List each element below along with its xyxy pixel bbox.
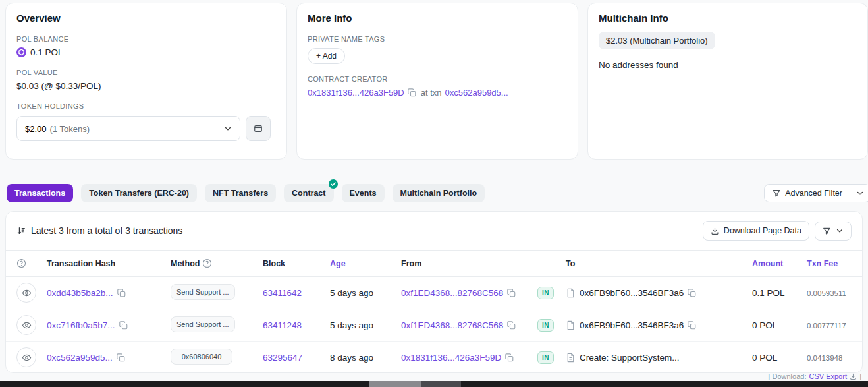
chevron-down-icon: [856, 189, 864, 197]
private-name-tags-label: PRIVATE NAME TAGS: [308, 35, 567, 43]
direction-badge: IN: [537, 351, 554, 364]
copy-icon[interactable]: [507, 320, 517, 330]
col-header-txn-fee-toggle[interactable]: Txn Fee: [801, 251, 862, 277]
amount-text: 0 POL: [752, 353, 777, 363]
copy-icon[interactable]: [408, 88, 418, 98]
multichain-empty-message: No addresses found: [599, 60, 857, 70]
summary-cards-row: Overview POL BALANCE 0.1 POL POL VALUE $…: [5, 3, 868, 160]
method-badge[interactable]: Send Support ...: [171, 284, 235, 300]
eye-preview-button[interactable]: [16, 283, 36, 303]
tx-hash-link[interactable]: 0xc562a959d5...: [47, 353, 113, 363]
tx-hash-link[interactable]: 0xdd43b5ba2b...: [47, 288, 113, 298]
token-holdings-dropdown[interactable]: $2.00(1 Tokens): [16, 116, 240, 141]
from-address-link[interactable]: 0xf1ED4368...82768C568: [401, 320, 503, 330]
help-icon[interactable]: [16, 258, 26, 268]
direction-badge: IN: [537, 287, 554, 299]
funnel-icon: [772, 189, 781, 198]
advanced-filter-button[interactable]: Advanced Filter: [765, 185, 850, 202]
contract-file-icon: [566, 320, 576, 330]
block-link[interactable]: 63411642: [263, 288, 302, 298]
copy-icon[interactable]: [688, 288, 697, 298]
csv-export-line: [ Download: CSV Export ]: [768, 372, 861, 380]
col-header-transaction-hash: Transaction Hash: [41, 251, 165, 277]
contract-file-icon: [566, 288, 576, 298]
copy-icon[interactable]: [507, 288, 517, 298]
transactions-panel: Latest 3 from a total of 3 transactions …: [5, 211, 863, 373]
advanced-filter-split-button: Advanced Filter: [764, 184, 868, 202]
age-text: 5 days ago: [330, 288, 373, 298]
copy-icon[interactable]: [505, 353, 515, 363]
copy-icon[interactable]: [117, 288, 127, 298]
col-header-to: To: [560, 251, 747, 277]
copy-icon[interactable]: [117, 353, 126, 363]
tab-transactions[interactable]: Transactions: [7, 184, 73, 202]
help-icon[interactable]: [202, 258, 212, 268]
tab-contract[interactable]: Contract: [284, 184, 333, 202]
tx-hash-link[interactable]: 0xc716fb0a5b7...: [47, 320, 115, 330]
at-txn-text: at txn: [421, 88, 442, 98]
block-link[interactable]: 63411248: [263, 320, 302, 330]
tab-bar: Transactions Token Transfers (ERC-20) NF…: [7, 184, 868, 202]
transactions-summary-text: Latest 3 from a total of 3 transactions: [31, 225, 182, 236]
transactions-toolbar: Latest 3 from a total of 3 transactions …: [6, 212, 862, 250]
download-page-data-label: Download Page Data: [724, 226, 801, 235]
table-filter-button[interactable]: [815, 222, 852, 241]
creator-address-link[interactable]: 0x1831f136...426a3F59D: [308, 88, 404, 98]
table-row: 0xdd43b5ba2b... Send Support ... 6341164…: [6, 277, 862, 309]
multichain-portfolio-badge[interactable]: $2.03 (Multichain Portfolio): [599, 32, 715, 49]
token-holdings-amount: $2.00: [25, 124, 47, 134]
block-link[interactable]: 63295647: [263, 353, 302, 363]
sort-descending-icon: [16, 226, 26, 235]
pol-balance-label: POL BALANCE: [16, 35, 276, 43]
csv-export-prefix: [ Download:: [768, 372, 806, 380]
token-holdings-count: (1 Tokens): [50, 124, 90, 134]
taskbar-segment: [369, 381, 421, 387]
amount-text: 0.1 POL: [752, 288, 785, 298]
csv-export-suffix: ]: [859, 372, 861, 380]
tab-events[interactable]: Events: [342, 184, 385, 202]
tab-nft-transfers[interactable]: NFT Transfers: [205, 184, 276, 202]
method-badge[interactable]: Send Support ...: [171, 316, 235, 332]
contract-creation-icon: [566, 353, 576, 363]
to-address[interactable]: 0x6FB9bF60...3546BF3a6: [580, 288, 684, 298]
contract-creation-text[interactable]: Create: SupportSystem...: [580, 353, 680, 363]
funnel-icon: [823, 227, 831, 235]
more-info-card: More Info PRIVATE NAME TAGS + Add CONTRA…: [296, 3, 578, 160]
chevron-down-icon: [224, 125, 232, 133]
from-address-link[interactable]: 0x1831f136...426a3F59D: [401, 353, 501, 363]
eye-preview-button[interactable]: [16, 347, 36, 367]
csv-export-link[interactable]: CSV Export: [809, 372, 846, 380]
chevron-down-icon: [836, 227, 844, 235]
verified-check-icon: [329, 179, 338, 189]
table-row: 0xc562a959d5... 0x60806040 63295647 8 da…: [6, 342, 862, 374]
taskbar-segment: [421, 381, 461, 387]
txn-fee-text: 0.00593511: [807, 289, 846, 297]
multichain-info-title: Multichain Info: [599, 13, 857, 24]
transactions-table: Transaction Hash Method Block Age From T…: [6, 250, 862, 373]
creation-txn-link[interactable]: 0xc562a959d5...: [445, 88, 508, 98]
download-icon: [711, 227, 719, 235]
tab-token-transfers[interactable]: Token Transfers (ERC-20): [81, 184, 197, 202]
overview-card: Overview POL BALANCE 0.1 POL POL VALUE $…: [5, 3, 287, 160]
wallet-icon: [254, 124, 263, 133]
col-header-amount-toggle[interactable]: Amount: [747, 251, 801, 277]
table-header-row: Transaction Hash Method Block Age From T…: [6, 251, 862, 277]
from-address-link[interactable]: 0xf1ED4368...82768C568: [401, 288, 503, 298]
copy-icon[interactable]: [688, 320, 697, 330]
method-badge[interactable]: 0x60806040: [171, 349, 232, 365]
col-header-method: Method: [165, 251, 258, 277]
tab-multichain-portfolio[interactable]: Multichain Portfolio: [393, 184, 485, 202]
add-name-tag-button[interactable]: + Add: [308, 48, 345, 64]
download-page-data-button[interactable]: Download Page Data: [703, 221, 809, 241]
col-header-direction: [532, 251, 560, 277]
to-address[interactable]: 0x6FB9bF60...3546BF3a6: [580, 320, 684, 330]
col-header-age-toggle[interactable]: Age: [325, 251, 396, 277]
copy-icon[interactable]: [119, 320, 129, 330]
advanced-filter-caret-button[interactable]: [850, 185, 868, 202]
more-info-title: More Info: [308, 13, 567, 24]
direction-badge: IN: [537, 319, 554, 332]
token-holdings-label: TOKEN HOLDINGS: [16, 102, 276, 110]
eye-preview-button[interactable]: [16, 315, 36, 335]
amount-text: 0 POL: [752, 320, 777, 330]
token-portfolio-button[interactable]: [246, 116, 271, 141]
